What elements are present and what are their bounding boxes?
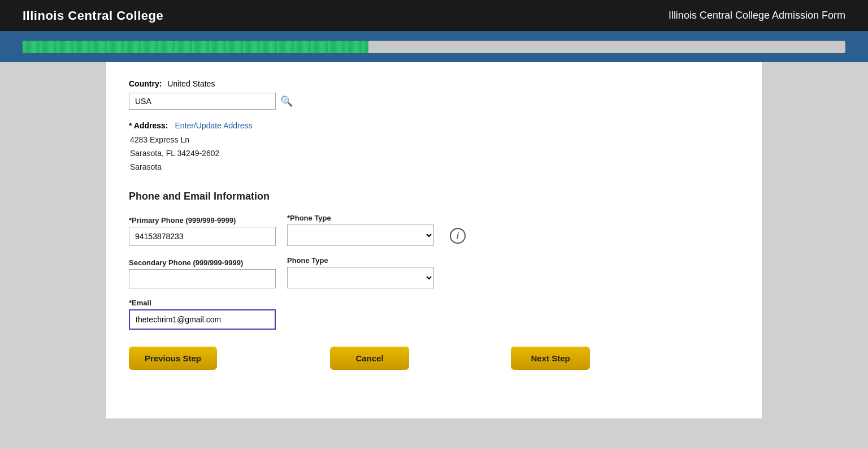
secondary-phone-type-select[interactable]: Cell Home Work <box>287 267 434 288</box>
main-wrapper: Country: United States 🔍 * Address: Ente… <box>0 62 868 418</box>
secondary-phone-row: Secondary Phone (999/999-9999) Phone Typ… <box>129 256 739 288</box>
email-label: *Email <box>129 299 276 307</box>
form-card: Country: United States 🔍 * Address: Ente… <box>106 62 762 418</box>
section-title: Phone and Email Information <box>129 191 739 202</box>
page-header: Illinois Central College Illinois Centra… <box>0 0 868 31</box>
email-group: *Email <box>129 299 276 330</box>
secondary-phone-group: Secondary Phone (999/999-9999) <box>129 258 276 288</box>
secondary-phone-input[interactable] <box>129 269 276 288</box>
country-label-row: Country: United States <box>129 79 739 88</box>
address-label-row: * Address: Enter/Update Address <box>129 121 739 130</box>
address-label: * Address: <box>129 121 168 130</box>
country-value: United States <box>167 79 215 88</box>
address-section: * Address: Enter/Update Address 4283 Exp… <box>129 121 739 174</box>
enter-update-address-link[interactable]: Enter/Update Address <box>175 121 253 130</box>
next-step-button[interactable]: Next Step <box>511 347 590 370</box>
address-text: 4283 Express Ln Sarasota, FL 34249-2602 … <box>130 133 739 174</box>
address-line1: 4283 Express Ln <box>130 133 739 147</box>
country-search-button[interactable]: 🔍 <box>280 95 293 107</box>
previous-step-button[interactable]: Previous Step <box>129 347 217 370</box>
country-input[interactable] <box>129 93 276 110</box>
info-icon-container: i <box>445 228 466 246</box>
primary-phone-label: *Primary Phone (999/999-9999) <box>129 216 276 225</box>
primary-phone-type-select[interactable]: Cell Home Work <box>287 225 434 246</box>
college-logo: Illinois Central College <box>23 8 163 23</box>
secondary-phone-type-label: Phone Type <box>287 256 434 265</box>
primary-phone-group: *Primary Phone (999/999-9999) <box>129 216 276 246</box>
cancel-button[interactable]: Cancel <box>330 347 409 370</box>
search-icon: 🔍 <box>280 95 293 107</box>
info-icon: i <box>450 228 466 244</box>
country-input-row: 🔍 <box>129 93 739 110</box>
email-input[interactable] <box>129 309 276 330</box>
button-row: Previous Step Cancel Next Step <box>129 347 739 370</box>
secondary-phone-label: Secondary Phone (999/999-9999) <box>129 258 276 267</box>
email-row: *Email <box>129 299 739 330</box>
progress-bar-fill <box>23 41 368 53</box>
progress-bar-section <box>0 31 868 62</box>
secondary-phone-type-group: Phone Type Cell Home Work <box>287 256 434 288</box>
page-title: Illinois Central College Admission Form <box>669 10 845 21</box>
primary-phone-type-group: *Phone Type Cell Home Work <box>287 214 434 246</box>
country-label: Country: <box>129 79 162 88</box>
progress-bar-track <box>23 41 845 53</box>
primary-phone-row: *Primary Phone (999/999-9999) *Phone Typ… <box>129 214 739 246</box>
country-section: Country: United States 🔍 <box>129 79 739 110</box>
address-line2: Sarasota, FL 34249-2602 <box>130 147 739 161</box>
primary-phone-input[interactable] <box>129 227 276 246</box>
address-line3: Sarasota <box>130 161 739 174</box>
phone-email-section: Phone and Email Information *Primary Pho… <box>129 191 739 370</box>
primary-phone-type-label: *Phone Type <box>287 214 434 222</box>
